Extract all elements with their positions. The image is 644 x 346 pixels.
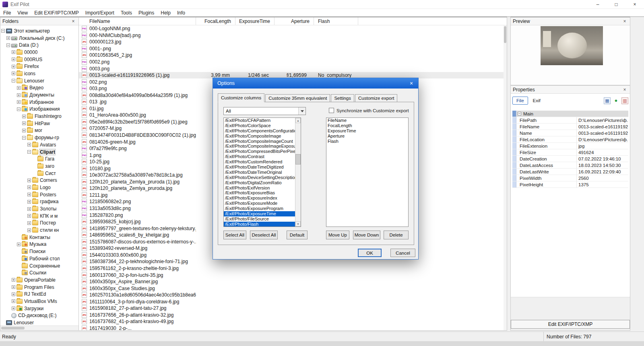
exif-field-item[interactable]: /Exif/Photo/CompressedBitsPerPixel [224, 149, 295, 154]
tree-item[interactable]: −Clipart [0, 148, 78, 156]
exif-field-item[interactable]: /Exif/Photo/ExposureBias [224, 190, 295, 196]
close-icon[interactable]: × [70, 19, 76, 24]
tree-item[interactable]: −Изображения [0, 106, 78, 113]
property-section-row[interactable]: −Main [512, 111, 628, 117]
expand-icon[interactable]: + [12, 50, 15, 54]
exif-field-item[interactable]: /Exif/Photo/ExifVersion [224, 185, 295, 191]
column-header-filename[interactable]: FileName [79, 17, 196, 25]
expand-icon[interactable]: + [27, 229, 31, 232]
exif-field-item[interactable]: /Exif/Photo/DeviceSettingDescription [224, 175, 295, 180]
tree-item[interactable]: +мог [0, 127, 78, 134]
expand-icon[interactable]: + [12, 278, 15, 282]
tree-item[interactable]: +000RUS [0, 56, 78, 63]
expand-icon[interactable]: + [12, 292, 15, 296]
exif-field-item[interactable]: /Exif/Photo/DateTimeDigitized [224, 165, 295, 170]
column-header-flash[interactable]: Flash [314, 17, 358, 25]
exif-field-item[interactable]: /Exif/Photo/DigitalZoomRatio [224, 180, 295, 185]
tree-item[interactable]: +Corners [0, 177, 78, 184]
close-icon[interactable]: × [621, 19, 628, 24]
scroll-up-icon[interactable]: ▲ [295, 118, 301, 123]
expand-icon[interactable]: + [22, 129, 26, 132]
property-row[interactable]: FileLocationD:\Lenouser\Pictures\ф... [512, 136, 628, 143]
move-down-button[interactable]: Move Down [353, 231, 380, 239]
maximize-button[interactable]: □ [607, 0, 625, 8]
menu-item[interactable]: Tools [118, 9, 135, 16]
select-all-button[interactable]: Select All [223, 231, 246, 239]
file-row[interactable]: PNG000-LogoNNM.png [79, 25, 504, 32]
column-header-aperture[interactable]: Aperture [275, 17, 314, 25]
tree-item[interactable]: +КПК и м [0, 212, 78, 220]
menu-item[interactable]: Import/Export [82, 9, 118, 16]
collapse-icon[interactable]: − [6, 43, 10, 47]
checkbox[interactable] [329, 108, 334, 113]
scroll-down-icon[interactable]: ▼ [295, 221, 301, 227]
close-icon[interactable]: × [621, 87, 628, 93]
column-item[interactable]: FileName [326, 118, 408, 123]
expand-icon[interactable]: + [22, 115, 26, 118]
tree-item[interactable]: +Документы [0, 91, 78, 99]
exif-field-item[interactable]: /Exif/Photo/ExposureIndex [224, 196, 295, 201]
exif-field-item[interactable]: /Exif/Photo/CompositeImageExposureT [224, 144, 295, 149]
exif-field-item[interactable]: /Exif/Photo/ComponentsConfiguration [224, 128, 295, 134]
dialog-tab[interactable]: Customize columns [218, 93, 264, 102]
file-row[interactable]: JPG1595761162_2-p-krasno-zheltie-foni-3.… [79, 265, 504, 272]
scrollbar-thumb[interactable] [295, 154, 301, 165]
expand-icon[interactable]: + [27, 193, 31, 196]
web-view-icon[interactable]: ● [613, 97, 619, 104]
tree-item[interactable]: +00000 [0, 49, 78, 56]
expand-icon[interactable]: + [17, 86, 21, 90]
dialog-close-icon[interactable]: × [405, 78, 418, 89]
property-row[interactable]: FileSize491624 [512, 149, 628, 156]
property-row[interactable]: FileExtensionjpg [512, 143, 628, 149]
tree-item[interactable]: +Видео [0, 84, 78, 92]
expand-icon[interactable]: + [17, 93, 21, 97]
file-row[interactable]: JPG1600x350px_Case Studies.jpg [79, 285, 504, 292]
expand-icon[interactable]: + [12, 307, 15, 310]
tree-item[interactable]: CD-дисковод (E:) [0, 312, 78, 319]
column-item[interactable]: Flash [326, 139, 408, 144]
column-item[interactable]: Aperture [326, 134, 408, 139]
tree-item[interactable]: +Firefox [0, 63, 78, 70]
scrollbar-thumb[interactable] [504, 26, 506, 43]
tree-item[interactable]: заго [0, 163, 78, 170]
table-view-icon[interactable]: ▥ [621, 97, 628, 104]
exif-field-item[interactable]: /Exif/Photo/DateTimeOriginal [224, 170, 295, 175]
tree-item[interactable]: +Избранное [0, 99, 78, 106]
expand-icon[interactable]: + [12, 72, 15, 75]
dialog-tab[interactable]: Customize 35mm equivalent [265, 94, 330, 102]
file-row[interactable]: JPG1617419030_2-p-... [79, 325, 504, 330]
dialog-tab[interactable]: Customize export [355, 94, 397, 102]
tree-item[interactable]: Гага [0, 155, 78, 163]
file-row[interactable]: JPG000000123.jpg [79, 39, 504, 45]
expand-icon[interactable]: + [27, 179, 31, 182]
tree-item[interactable]: +стили кн [0, 227, 78, 234]
collapse-icon[interactable]: − [22, 136, 26, 140]
tree-item[interactable]: −Этот компьютер [0, 27, 78, 35]
tree-item[interactable]: +Музыка [0, 241, 78, 248]
exif-field-item[interactable]: /Exif/Photo/ExposureProgram [224, 206, 295, 211]
exif-field-item[interactable]: /Exif/Photo/CustomRendered [224, 159, 295, 165]
expand-icon[interactable]: + [6, 36, 10, 40]
collapse-icon[interactable]: − [518, 112, 521, 115]
exif-field-item[interactable]: /Exif/Photo/CFAPattern [224, 118, 295, 123]
menu-item[interactable]: View [14, 9, 31, 16]
tree-item[interactable]: −форумы-гр [0, 134, 78, 141]
tab-file[interactable]: File [512, 97, 528, 105]
file-row[interactable]: JPG1602570130a1e8d60506d4aec4e30cc95b1b8… [79, 292, 504, 299]
tree-horizontal-scrollbar[interactable] [0, 325, 78, 330]
tree-item[interactable]: +RJ TextEd [0, 290, 78, 298]
column-item[interactable]: ExposureTime [326, 128, 408, 134]
file-row[interactable]: JPG1611110064_3-p-foni-dlya-coreldraw-6.… [79, 298, 504, 305]
file-row[interactable]: JPG00010563545_2.jpg [79, 52, 504, 59]
property-row[interactable]: DateCreation07.02.2022 19:46:10 [512, 156, 628, 162]
tree-item[interactable]: +Золоты [0, 205, 78, 212]
exif-field-item[interactable]: /Exif/Photo/ColorSpace [224, 123, 295, 128]
expand-icon[interactable]: + [27, 143, 31, 146]
exif-field-item[interactable]: /Exif/Photo/ExposureMode [224, 201, 295, 206]
dropdown-button[interactable] [298, 107, 305, 115]
field-filter-dropdown[interactable]: All [223, 107, 306, 115]
edit-exif-button[interactable]: Edit EXIF/IPTC/XMP [511, 320, 630, 329]
file-row[interactable]: PNG0001-.png [79, 45, 504, 52]
expand-icon[interactable]: + [17, 243, 21, 246]
property-row[interactable]: FileName0013-scaled-e16119192... [512, 124, 628, 130]
